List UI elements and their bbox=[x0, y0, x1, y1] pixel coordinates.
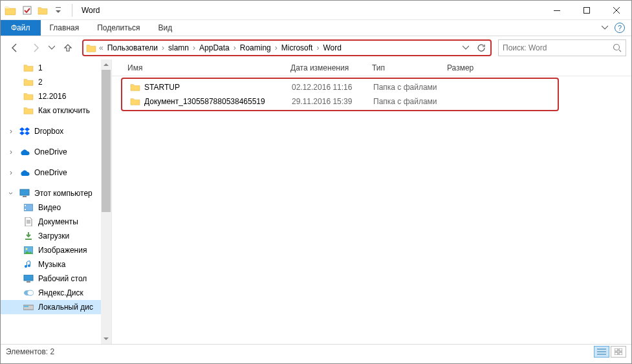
crumb-microsoft[interactable]: Microsoft bbox=[279, 43, 316, 52]
tab-share[interactable]: Поделиться bbox=[88, 20, 149, 36]
svg-point-4 bbox=[614, 45, 620, 50]
file-date: 29.11.2016 15:39 bbox=[292, 97, 373, 106]
tree-label: Этот компьютер bbox=[34, 189, 93, 198]
tree-label: Локальный дис bbox=[38, 303, 93, 312]
picture-icon bbox=[23, 245, 34, 255]
tree-label: Видео bbox=[38, 203, 61, 212]
titlebar-left: Word bbox=[1, 3, 100, 17]
tree-item[interactable]: 12.2016 bbox=[1, 89, 111, 103]
tree-label: 2 bbox=[38, 78, 43, 87]
desktop-icon bbox=[23, 273, 34, 284]
chevron-right-icon[interactable]: › bbox=[7, 127, 15, 136]
col-date[interactable]: Дата изменения bbox=[290, 63, 372, 72]
document-icon bbox=[23, 217, 34, 227]
tab-view[interactable]: Вид bbox=[149, 20, 181, 36]
chevron-down-icon[interactable]: › bbox=[6, 189, 16, 197]
svg-rect-9 bbox=[25, 209, 26, 210]
up-button[interactable] bbox=[59, 40, 77, 56]
yandex-disk-icon bbox=[23, 288, 34, 298]
col-size[interactable]: Размер bbox=[447, 63, 499, 72]
svg-rect-14 bbox=[27, 281, 30, 283]
tree-label: Загрузки bbox=[38, 231, 69, 241]
recent-dropdown[interactable] bbox=[47, 40, 56, 56]
scroll-down-icon[interactable] bbox=[104, 334, 109, 344]
details-view-button[interactable] bbox=[594, 346, 609, 358]
tree-item[interactable]: 2 bbox=[1, 75, 111, 89]
address-bar[interactable]: « Пользователи › slamn › AppData › Roami… bbox=[82, 39, 492, 56]
tree-item-music[interactable]: Музыка bbox=[1, 257, 111, 272]
qat-dropdown-icon[interactable] bbox=[51, 3, 65, 17]
col-type[interactable]: Тип bbox=[372, 63, 447, 72]
back-button[interactable] bbox=[6, 40, 24, 56]
tree-label: Яндекс.Диск bbox=[38, 288, 83, 297]
scroll-thumb[interactable] bbox=[102, 70, 111, 212]
tree-item-desktop[interactable]: Рабочий стол bbox=[1, 272, 111, 286]
tab-home[interactable]: Главная bbox=[41, 20, 89, 36]
tree-dropbox[interactable]: ›Dropbox bbox=[1, 124, 111, 138]
tree-label: OneDrive bbox=[34, 147, 67, 156]
folder-icon bbox=[129, 83, 142, 92]
history-dropdown-icon[interactable] bbox=[458, 41, 474, 55]
file-type: Папка с файлами bbox=[373, 97, 457, 106]
crumb-users[interactable]: Пользователи bbox=[105, 43, 160, 52]
svg-rect-0 bbox=[23, 6, 31, 14]
help-icon[interactable]: ? bbox=[615, 23, 625, 33]
breadcrumb: « Пользователи › slamn › AppData › Roami… bbox=[98, 43, 344, 52]
tree-item[interactable]: Как отключить bbox=[1, 103, 111, 118]
svg-point-12 bbox=[26, 248, 28, 250]
crumb-word[interactable]: Word bbox=[320, 43, 343, 52]
col-name[interactable]: Имя bbox=[127, 63, 290, 72]
cloud-icon bbox=[19, 167, 30, 178]
minimize-button[interactable] bbox=[542, 1, 572, 20]
scroll-up-icon[interactable] bbox=[104, 59, 109, 70]
maximize-button[interactable] bbox=[572, 1, 602, 20]
svg-rect-6 bbox=[23, 196, 27, 197]
tree-item-downloads[interactable]: Загрузки bbox=[1, 229, 111, 243]
file-tab[interactable]: Файл bbox=[1, 20, 41, 36]
address-actions bbox=[458, 41, 489, 55]
search-input[interactable] bbox=[503, 43, 613, 52]
tree-item-yandex[interactable]: Яндекс.Диск bbox=[1, 286, 111, 300]
scrollbar[interactable] bbox=[101, 59, 111, 344]
search-icon[interactable] bbox=[613, 43, 622, 52]
crumb-slamn[interactable]: slamn bbox=[166, 43, 191, 52]
file-list-pane: Имя Дата изменения Тип Размер STARTUP 02… bbox=[112, 59, 631, 344]
svg-rect-13 bbox=[24, 275, 33, 281]
folder-icon bbox=[85, 43, 98, 52]
svg-rect-10 bbox=[25, 239, 32, 240]
nav-pane: 1 2 12.2016 Как отключить ›Dropbox ›OneD… bbox=[1, 59, 112, 344]
tree-onedrive[interactable]: ›OneDrive bbox=[1, 166, 111, 180]
cloud-icon bbox=[19, 147, 30, 157]
ribbon-tabs: Файл Главная Поделиться Вид ? bbox=[1, 20, 631, 36]
chevron-down-icon[interactable] bbox=[602, 25, 608, 31]
folder-small-icon[interactable] bbox=[36, 3, 50, 17]
refresh-icon[interactable] bbox=[474, 41, 489, 55]
music-icon bbox=[23, 259, 34, 270]
forward-button[interactable] bbox=[27, 40, 45, 56]
chevron-right-icon: › bbox=[191, 43, 197, 52]
tree-item-localdisk[interactable]: Локальный дис bbox=[1, 300, 111, 314]
tree-thispc[interactable]: ›Этот компьютер bbox=[1, 186, 111, 200]
thumbnails-view-button[interactable] bbox=[611, 346, 626, 358]
tree-onedrive[interactable]: ›OneDrive bbox=[1, 145, 111, 159]
chevron-right-icon[interactable]: › bbox=[7, 147, 15, 156]
chevron-right-icon[interactable]: › bbox=[7, 168, 15, 177]
search-box[interactable] bbox=[498, 39, 626, 56]
ribbon-help: ? bbox=[602, 20, 631, 36]
tree-item-video[interactable]: Видео bbox=[1, 200, 111, 215]
tree-item[interactable]: 1 bbox=[1, 61, 111, 75]
svg-rect-21 bbox=[615, 352, 618, 355]
close-button[interactable] bbox=[602, 1, 631, 20]
crumb-appdata[interactable]: AppData bbox=[197, 43, 232, 52]
folder-icon bbox=[23, 105, 34, 116]
tree-item-pictures[interactable]: Изображения bbox=[1, 243, 111, 257]
list-item[interactable]: STARTUP 02.12.2016 11:16 Папка с файлами bbox=[124, 80, 556, 94]
crumb-roaming[interactable]: Roaming bbox=[237, 43, 274, 52]
overflow-icon[interactable]: « bbox=[98, 43, 105, 52]
list-item[interactable]: Документ_1305587880538465519 29.11.2016 … bbox=[124, 94, 556, 109]
tree-label: Изображения bbox=[38, 246, 87, 255]
checkbox-icon[interactable] bbox=[20, 3, 34, 17]
drive-icon bbox=[23, 302, 34, 312]
main-area: 1 2 12.2016 Как отключить ›Dropbox ›OneD… bbox=[1, 59, 631, 344]
tree-item-documents[interactable]: Документы bbox=[1, 215, 111, 229]
